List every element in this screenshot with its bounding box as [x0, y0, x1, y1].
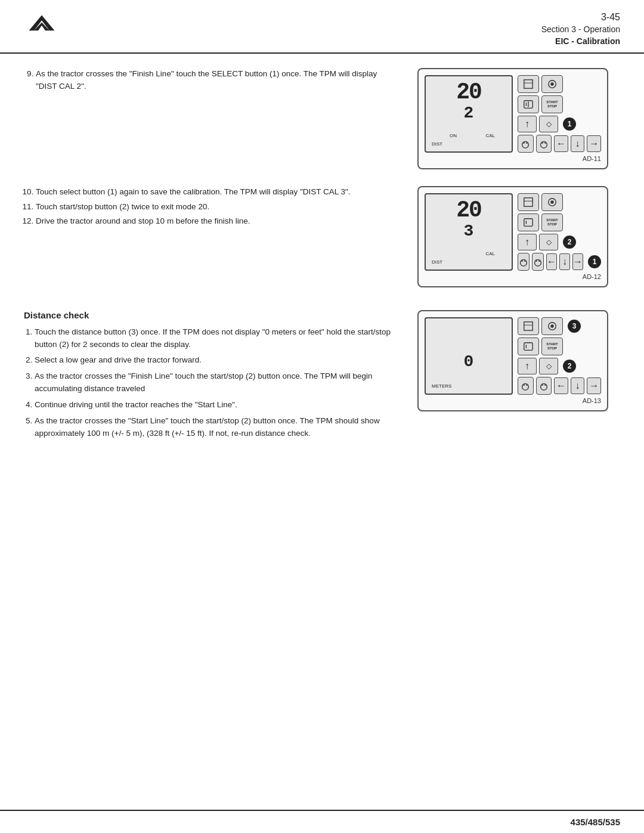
- speed-btn-ad12[interactable]: [518, 253, 530, 271]
- section-label: Section 3 - Operation: [541, 24, 620, 36]
- speed-btn-ad13[interactable]: [518, 377, 534, 395]
- display-big-number-ad11: 20: [432, 81, 506, 104]
- select-btn-ad13[interactable]: ◇: [539, 358, 558, 374]
- dc-step-1: Touch the distance button (3) once. If t…: [35, 326, 400, 351]
- svg-point-34: [523, 383, 525, 386]
- label-cal-ad12: CAL: [485, 251, 495, 256]
- svg-point-26: [538, 259, 541, 262]
- instruction-block-1: As the tractor crosses the "Finish Line"…: [24, 68, 620, 169]
- pto-rpm-btn-ad11[interactable]: [541, 75, 563, 93]
- step-12: Drive the tractor around and stop 10 m b…: [36, 215, 400, 228]
- badge-1-ad12: 1: [588, 255, 601, 268]
- step-list-2: Touch select button (1) again to save th…: [24, 186, 400, 228]
- svg-point-35: [526, 383, 528, 386]
- badge-2-ad12: 2: [563, 236, 576, 249]
- down-btn-ad13[interactable]: ↓: [571, 377, 585, 394]
- badge-2-ad13: 2: [563, 360, 576, 373]
- label-dist-ad11: DIST: [432, 141, 442, 147]
- model-number: 435/485/535: [571, 817, 620, 827]
- distance-btn-ad11[interactable]: [518, 95, 539, 113]
- svg-point-5: [550, 82, 553, 85]
- svg-rect-31: [524, 342, 532, 350]
- select-btn-ad11[interactable]: ◇: [539, 116, 558, 132]
- step-list-1: As the tractor crosses the "Finish Line"…: [24, 68, 400, 93]
- diagram-area-3: 0 METERS 3: [417, 310, 620, 411]
- start-stop-btn-ad13[interactable]: STARTSTOP: [541, 337, 563, 355]
- svg-rect-15: [524, 197, 532, 206]
- svg-point-23: [524, 259, 527, 262]
- distance-btn-ad13[interactable]: [518, 337, 539, 355]
- area-btn-ad12[interactable]: [518, 193, 539, 211]
- pto-rpm-btn-ad12[interactable]: [541, 193, 563, 211]
- tpm-display-panel-ad11: 20 2 ON CAL DIST: [425, 75, 513, 153]
- up-btn-ad13[interactable]: ↑: [518, 358, 537, 374]
- slip-btn-ad13[interactable]: [536, 377, 552, 395]
- badge-3-ad13: 3: [568, 320, 581, 333]
- brand-logo: [24, 11, 60, 35]
- diagram-id-ad11: AD-11: [425, 155, 601, 162]
- pto-rpm-btn-ad13[interactable]: [541, 317, 563, 335]
- badge-1-ad11: 1: [563, 117, 576, 131]
- right-btn-ad12[interactable]: →: [572, 253, 583, 270]
- btn-row-4-ad11: ← ↓ →: [518, 135, 601, 153]
- btn-row-2-ad13: STARTSTOP: [518, 337, 601, 355]
- diagram-id-ad13: AD-13: [425, 397, 601, 404]
- svg-point-13: [541, 141, 543, 144]
- btn-row-3-ad13: ↑ ◇ 2: [518, 358, 601, 374]
- slip-btn-ad12[interactable]: [532, 253, 544, 271]
- svg-point-22: [521, 259, 524, 262]
- instruction-text-2: Touch select button (1) again to save th…: [24, 186, 417, 231]
- btn-row-4-ad12: ← ↓ → 1: [518, 253, 601, 271]
- btn-row-3-ad12: ↑ ◇ 2: [518, 234, 601, 250]
- btn-row-1-ad11: [518, 75, 601, 93]
- up-btn-ad12[interactable]: ↑: [518, 234, 537, 250]
- instruction-text-1: As the tractor crosses the "Finish Line"…: [24, 68, 417, 95]
- down-btn-ad11[interactable]: ↓: [571, 135, 585, 152]
- svg-point-38: [544, 383, 547, 386]
- dc-step-4: Continue driving until the tractor reach…: [35, 399, 400, 411]
- logo-area: [24, 11, 60, 35]
- slip-btn-ad11[interactable]: [536, 135, 552, 153]
- left-btn-ad11[interactable]: ←: [554, 135, 568, 152]
- select-btn-ad12[interactable]: ◇: [539, 234, 558, 250]
- start-stop-btn-ad11[interactable]: STARTSTOP: [541, 95, 563, 113]
- tpm-display-panel-ad12: 20 3 CAL DIST: [425, 193, 513, 271]
- step-11: Touch start/stop button (2) twice to exi…: [36, 201, 400, 213]
- down-btn-ad12[interactable]: ↓: [559, 253, 570, 270]
- svg-point-18: [550, 200, 553, 203]
- svg-point-25: [535, 259, 538, 262]
- speed-btn-ad11[interactable]: [518, 135, 534, 153]
- btn-row-1-ad12: [518, 193, 601, 211]
- label-cal-ad11: CAL: [485, 133, 495, 138]
- label-dist-ad12: DIST: [432, 259, 442, 265]
- right-btn-ad13[interactable]: →: [587, 377, 601, 394]
- left-btn-ad13[interactable]: ←: [554, 377, 568, 394]
- distance-btn-ad12[interactable]: [518, 213, 539, 231]
- start-stop-btn-ad12[interactable]: STARTSTOP: [541, 213, 563, 231]
- label-on-ad11: ON: [450, 133, 457, 138]
- distance-check-block: Distance check Touch the distance button…: [24, 310, 620, 444]
- left-btn-ad12[interactable]: ←: [546, 253, 557, 270]
- main-content: As the tractor crosses the "Finish Line"…: [0, 54, 644, 444]
- btn-row-2-ad11: STARTSTOP: [518, 95, 601, 113]
- distance-check-text: Distance check Touch the distance button…: [24, 310, 417, 444]
- display-small-number-ad11: 2: [432, 105, 506, 122]
- tpm-diagram-ad11: 20 2 ON CAL DIST: [417, 68, 608, 169]
- display-small-number-ad12: 3: [432, 223, 506, 240]
- up-btn-ad11[interactable]: ↑: [518, 116, 537, 132]
- page-footer: 435/485/535: [0, 810, 644, 833]
- diagram-area-1: 20 2 ON CAL DIST: [417, 68, 620, 169]
- right-btn-ad11[interactable]: →: [587, 135, 601, 152]
- svg-point-14: [544, 141, 547, 144]
- dc-step-5: As the tractor crosses the "Start Line" …: [35, 415, 400, 440]
- area-btn-ad11[interactable]: [518, 75, 539, 93]
- tpm-inner-ad12: 20 3 CAL DIST: [425, 193, 601, 271]
- area-btn-ad13[interactable]: [518, 317, 539, 335]
- display-big-number-ad12: 20: [432, 199, 506, 222]
- dc-step-2: Select a low gear and drive the tractor …: [35, 354, 400, 367]
- tpm-buttons-ad13: 3 STARTSTOP ↑ ◇ 2: [518, 317, 601, 395]
- svg-point-11: [526, 141, 528, 144]
- btn-row-3-ad11: ↑ ◇ 1: [518, 116, 601, 132]
- label-meters-ad13: METERS: [432, 383, 451, 389]
- diagram-area-2: 20 3 CAL DIST: [417, 186, 620, 287]
